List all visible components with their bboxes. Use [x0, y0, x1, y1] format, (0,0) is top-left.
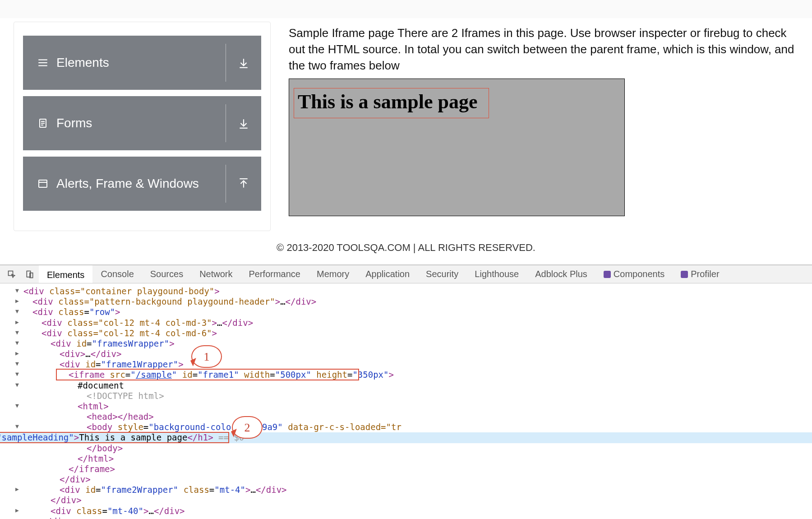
devtools-tab-network[interactable]: Network [191, 265, 240, 283]
dom-line[interactable]: </div> [23, 516, 812, 519]
dom-line[interactable]: ▶<div class="mt-40">…</div> [23, 506, 812, 516]
dom-line[interactable]: </div> [23, 495, 812, 505]
dom-line[interactable]: ▼<iframe src="/sample" id="frame1" width… [23, 370, 812, 380]
devtools-tab-memory[interactable]: Memory [309, 265, 357, 283]
dom-line[interactable]: ▼<div class="container playgound-body"> [23, 286, 812, 297]
dom-line[interactable]: <head></head> [23, 412, 812, 422]
dom-line[interactable]: </div> [23, 474, 812, 485]
dom-line[interactable]: ▼#document [23, 380, 812, 391]
page-description: Sample Iframe page There are 2 Iframes i… [289, 25, 798, 74]
devtools-tab-performance[interactable]: Performance [241, 265, 309, 283]
window-icon [37, 177, 49, 190]
dom-line[interactable]: ▶<div class="pattern-backgound playgound… [23, 297, 812, 307]
dom-line[interactable]: ▶<div class="col-12 mt-4 col-md-3">…</di… [23, 318, 812, 328]
sidebar-accordion: Elements Forms Alerts, Frame & Windows [14, 22, 271, 231]
dom-line[interactable]: </iframe> [23, 464, 812, 474]
sidebar-item-label: Elements [56, 56, 109, 70]
dom-line[interactable]: ▶<div id="frame2Wrapper" class="mt-4">…<… [23, 485, 812, 495]
devtools-tab-elements[interactable]: Elements [39, 265, 92, 283]
menu-icon [37, 56, 49, 69]
svg-rect-11 [39, 180, 47, 187]
main-content: Sample Iframe page There are 2 Iframes i… [289, 22, 798, 231]
devtools-tab-components[interactable]: Components [595, 265, 673, 283]
dom-line[interactable]: <!DOCTYPE html> [23, 391, 812, 401]
devtools-tab-console[interactable]: Console [92, 265, 142, 283]
annotation-callout-2: 2 [232, 416, 263, 439]
dom-line[interactable]: ▼<div class="col-12 mt-4 col-md-6"> [23, 328, 812, 338]
inspect-element-icon[interactable] [3, 270, 21, 279]
chevron-up-icon[interactable] [226, 157, 261, 211]
sidebar-item-elements[interactable]: Elements [23, 36, 261, 90]
annotation-callout-1: 1 [191, 345, 222, 368]
dom-line[interactable]: <h1 id="sampleHeading">This is a sample … [0, 432, 812, 443]
app-top: Elements Forms Alerts, Frame & Windows [0, 0, 812, 231]
react-icon [681, 271, 688, 278]
sidebar-item-forms[interactable]: Forms [23, 96, 261, 150]
devtools-tab-sources[interactable]: Sources [142, 265, 191, 283]
dom-line[interactable]: ▼<div id="frame1Wrapper"> [23, 359, 812, 370]
devtools-tab-lighthouse[interactable]: Lighthouse [466, 265, 527, 283]
dom-line[interactable]: ▼<div id="framesWrapper"> [23, 338, 812, 349]
devtools-panel: Elements Console Sources Network Perform… [0, 264, 812, 519]
devtools-tab-application[interactable]: Application [357, 265, 418, 283]
clipboard-icon [37, 117, 49, 130]
sidebar-item-label: Alerts, Frame & Windows [56, 176, 199, 191]
sidebar-item-label: Forms [56, 116, 92, 130]
dom-line[interactable]: </body> [23, 443, 812, 454]
devtools-tab-profiler[interactable]: Profiler [673, 265, 727, 283]
chevron-down-icon[interactable] [226, 36, 261, 90]
devtools-tab-adblock[interactable]: Adblock Plus [527, 265, 595, 283]
react-icon [604, 271, 611, 278]
dom-line[interactable]: </html> [23, 454, 812, 464]
dom-line[interactable]: ▼<body style="background-color:#a9a9a9" … [23, 422, 812, 432]
page-header-pattern [0, 0, 812, 18]
sample-heading: This is a sample page [298, 90, 478, 113]
devtools-dom-tree[interactable]: ▼<div class="container playgound-body">▶… [0, 283, 812, 519]
sample-heading-highlight: This is a sample page [294, 88, 489, 118]
dom-line[interactable]: ▼<html> [23, 401, 812, 412]
dom-line[interactable]: ▼<div class="row"> [23, 307, 812, 317]
sidebar-item-alerts-frame-windows[interactable]: Alerts, Frame & Windows [23, 157, 261, 211]
page-footer: © 2013-2020 TOOLSQA.COM | ALL RIGHTS RES… [0, 234, 812, 264]
device-toolbar-icon[interactable] [21, 270, 39, 279]
devtools-tabbar: Elements Console Sources Network Perform… [0, 265, 812, 283]
dom-line[interactable]: ▶<div>…</div> [23, 349, 812, 359]
chevron-down-icon[interactable] [226, 96, 261, 150]
devtools-tab-security[interactable]: Security [418, 265, 466, 283]
iframe-frame1[interactable]: This is a sample page [289, 79, 625, 216]
